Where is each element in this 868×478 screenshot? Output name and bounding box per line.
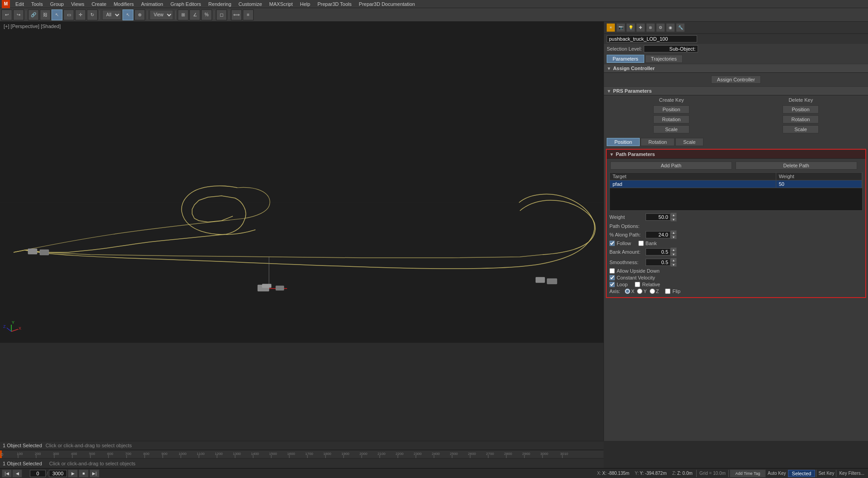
align-btn[interactable]: ≡: [243, 9, 254, 20]
menu-views[interactable]: Views: [67, 0, 88, 8]
prs-parameters-header[interactable]: ▼ PRS Parameters: [604, 86, 868, 95]
constant-velocity-label[interactable]: Constant Velocity: [609, 275, 655, 280]
menu-animation[interactable]: Animation: [137, 0, 167, 8]
snap-btn[interactable]: ⊞: [178, 9, 189, 20]
play-btn[interactable]: ▶: [68, 469, 78, 478]
rp-utility-icon[interactable]: 🔧: [676, 23, 685, 32]
max-logo[interactable]: M: [2, 0, 10, 8]
allow-upside-down-label[interactable]: Allow Upside Down: [609, 268, 660, 274]
menu-maxscript[interactable]: MAXScript: [266, 0, 297, 8]
axis-z-label[interactable]: Z: [650, 289, 659, 294]
menu-prepar3d-docs[interactable]: Prepar3D Documentation: [355, 0, 419, 8]
along-path-input[interactable]: [646, 231, 670, 238]
menu-graph-editors[interactable]: Graph Editors: [167, 0, 205, 8]
create-scale-btn[interactable]: Scale: [653, 125, 689, 133]
menu-edit[interactable]: Edit: [12, 0, 28, 8]
prev-frame-btn[interactable]: |◀: [2, 469, 12, 478]
rp-helper-icon[interactable]: ✚: [636, 23, 645, 32]
rp-light-icon[interactable]: 💡: [626, 23, 635, 32]
menu-rendering[interactable]: Rendering: [205, 0, 235, 8]
selected-indicator[interactable]: Selected: [788, 470, 816, 477]
menu-tools[interactable]: Tools: [28, 0, 47, 8]
menu-prepar3d-tools[interactable]: Prepar3D Tools: [314, 0, 355, 8]
menu-customize[interactable]: Customize: [235, 0, 266, 8]
move-btn[interactable]: ✛: [75, 9, 86, 20]
select-btn[interactable]: ↖: [52, 9, 62, 20]
viewport[interactable]: [+] [Perspective] [Shaded]: [0, 22, 604, 343]
axis-x-radio[interactable]: [625, 289, 630, 294]
next-key-btn[interactable]: ▶|: [90, 469, 99, 478]
menu-help[interactable]: Help: [297, 0, 314, 8]
select-object-btn[interactable]: ↖: [123, 9, 133, 20]
select-region-btn[interactable]: ▭: [63, 9, 74, 20]
smoothness-up-btn[interactable]: ▲: [670, 258, 677, 262]
axis-y-radio[interactable]: [637, 289, 642, 294]
follow-checkbox[interactable]: [609, 241, 615, 246]
delete-rotation-btn[interactable]: Rotation: [783, 115, 819, 123]
create-rotation-btn[interactable]: Rotation: [653, 115, 689, 123]
named-sel-btn[interactable]: ◻: [216, 9, 227, 20]
rp-display-icon[interactable]: ◉: [666, 23, 675, 32]
smoothness-input[interactable]: [646, 259, 670, 266]
relative-checkbox-label[interactable]: Relative: [635, 282, 660, 287]
prev-key-btn[interactable]: ◀: [12, 469, 22, 478]
bank-checkbox-label[interactable]: Bank: [638, 241, 657, 246]
bank-amount-input[interactable]: [646, 248, 670, 256]
delete-position-btn[interactable]: Position: [783, 105, 819, 114]
along-path-down-btn[interactable]: ▼: [670, 235, 677, 239]
relative-checkbox[interactable]: [635, 282, 640, 287]
allow-upside-down-checkbox[interactable]: [609, 268, 615, 274]
total-frames[interactable]: [49, 470, 67, 477]
rp-sun-icon[interactable]: ☀: [606, 23, 615, 32]
follow-checkbox-label[interactable]: Follow: [609, 241, 631, 246]
rp-camera-icon[interactable]: 📷: [616, 23, 625, 32]
stop-btn[interactable]: ■: [79, 469, 89, 478]
timeline-ruler[interactable]: 0 100 200 300 400 500 600 700 800 900 10…: [0, 450, 604, 458]
bank-checkbox[interactable]: [638, 241, 644, 246]
rp-settings-icon[interactable]: ⚙: [656, 23, 665, 32]
prs-tab-position[interactable]: Position: [607, 138, 640, 146]
assign-controller-header[interactable]: ▼ Assign Controller: [604, 64, 868, 73]
add-time-tag-btn[interactable]: Add Time Tag: [730, 469, 766, 478]
axis-x-label[interactable]: X: [625, 289, 634, 294]
select-link-btn[interactable]: 🔗: [28, 9, 39, 20]
undo-btn[interactable]: ↩: [1, 9, 12, 20]
path-params-header[interactable]: ▼ Path Parameters: [607, 150, 865, 159]
assign-controller-btn[interactable]: Assign Controller: [711, 76, 761, 84]
frame-input[interactable]: [30, 470, 46, 477]
add-path-btn[interactable]: Add Path: [610, 161, 732, 170]
delete-path-btn[interactable]: Delete Path: [736, 161, 857, 170]
delete-scale-btn[interactable]: Scale: [783, 125, 819, 133]
weight-input[interactable]: [646, 213, 670, 221]
bank-amount-down-btn[interactable]: ▼: [670, 252, 677, 256]
object-name-input[interactable]: [607, 35, 697, 43]
prs-tab-rotation[interactable]: Rotation: [641, 138, 675, 146]
create-position-btn[interactable]: Position: [653, 105, 689, 114]
weight-down-btn[interactable]: ▼: [670, 217, 677, 222]
angle-snap-btn[interactable]: ∠: [189, 9, 200, 20]
smoothness-down-btn[interactable]: ▼: [670, 262, 677, 267]
constant-velocity-checkbox[interactable]: [609, 275, 615, 280]
weight-up-btn[interactable]: ▲: [670, 213, 677, 217]
flip-checkbox[interactable]: [665, 289, 670, 294]
rp-spacewarp-icon[interactable]: ⊗: [646, 23, 655, 32]
redo-btn[interactable]: ↪: [13, 9, 24, 20]
axis-y-label[interactable]: Y: [637, 289, 646, 294]
view-dropdown[interactable]: View: [150, 10, 173, 20]
along-path-up-btn[interactable]: ▲: [670, 230, 677, 235]
tab-parameters[interactable]: Parameters: [607, 55, 644, 63]
path-list-row[interactable]: pfad 50: [609, 180, 863, 188]
menu-create[interactable]: Create: [88, 0, 110, 8]
menu-modifiers[interactable]: Modifiers: [110, 0, 137, 8]
unlink-btn[interactable]: ⛓: [40, 9, 51, 20]
prs-tab-scale[interactable]: Scale: [675, 138, 703, 146]
loop-checkbox-label[interactable]: Loop: [609, 282, 627, 287]
percent-snap-btn[interactable]: %: [201, 9, 212, 20]
key-filters-label[interactable]: Key Filters...: [839, 471, 864, 476]
loop-checkbox[interactable]: [609, 282, 615, 287]
axis-z-radio[interactable]: [650, 289, 655, 294]
mirror-btn[interactable]: ⟺: [231, 9, 242, 20]
tab-trajectories[interactable]: Trajectories: [645, 55, 683, 63]
menu-group[interactable]: Group: [47, 0, 68, 8]
flip-checkbox-label[interactable]: Flip: [665, 289, 680, 294]
